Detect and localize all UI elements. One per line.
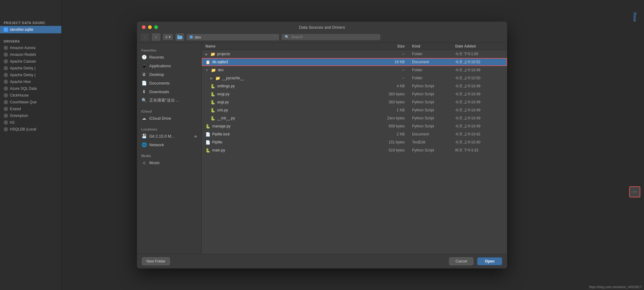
- file-date-db-sqlite3: 今天 上午10:52: [452, 60, 507, 65]
- python-icon: 🐍: [210, 92, 215, 97]
- sidebar-item-git[interactable]: 💾 Git 2.15.0 M... ⏏: [137, 132, 201, 140]
- file-row-pipfile-lock[interactable]: 📄 Pipfile.lock 2 KB Document 今天 上午10:42: [202, 130, 507, 138]
- file-row-asgi-py[interactable]: 🐍 asgi.py 383 bytes Python Script 今天 上午1…: [202, 98, 507, 106]
- python-icon: 🐍: [210, 84, 215, 89]
- file-date-settings-py: 今天 上午10:49: [452, 84, 507, 89]
- sidebar-item-applications[interactable]: 📱 Applications: [137, 61, 201, 70]
- file-kind-pipfile: TextEdit: [408, 140, 452, 144]
- chevron-right-icon: ▶: [210, 77, 213, 80]
- file-name-wsgi-py: 🐍 wsgi.py: [202, 92, 378, 97]
- sidebar-recents-label: Recents: [149, 55, 164, 60]
- sidebar-item-desktop[interactable]: 🖥 Desktop: [137, 70, 201, 79]
- minimize-button[interactable]: [148, 25, 152, 29]
- file-row-pycache[interactable]: ▶ 📁 __pycache__ -- Folder 今天 上午10:50: [202, 74, 507, 82]
- folder-icon: 📁: [215, 76, 220, 81]
- file-size-projects: --: [378, 52, 408, 56]
- dialog-overlay: Data Sources and Drivers ‹ › ≡ ▾: [0, 0, 644, 290]
- searching-icon: 🔍: [141, 97, 147, 103]
- downloads-icon: ⬇: [141, 89, 147, 94]
- cancel-button[interactable]: Cancel: [449, 257, 473, 265]
- file-date-wsgi-py: 今天 上午10:49: [452, 92, 507, 97]
- file-date-dev: 今天 上午10:49: [452, 68, 507, 73]
- file-size-urls-py: 1 KB: [378, 108, 408, 112]
- back-button[interactable]: ‹: [141, 33, 149, 41]
- col-kind-header: Kind: [408, 44, 452, 48]
- file-name-settings-py: 🐍 settings.py: [202, 84, 378, 89]
- file-row-pipfile[interactable]: 📄 Pipfile 151 bytes TextEdit 今天 上午10:40: [202, 138, 507, 146]
- col-date-header: Date Added: [452, 44, 507, 48]
- file-kind-projects: Folder: [408, 52, 452, 56]
- location-text: dev: [195, 35, 272, 39]
- file-row-db-sqlite3[interactable]: 📋 db.sqlite3 16 KB Document 今天 上午10:52: [202, 58, 507, 66]
- file-name-manage-py: 🐍 manage.py: [202, 124, 378, 129]
- file-row-main-py[interactable]: 🐍 main.py 519 bytes Python Script 昨天 下午3…: [202, 146, 507, 154]
- python-icon: 🐍: [205, 124, 210, 129]
- sidebar-item-searching[interactable]: 🔍 正在搜索"这台 ...: [137, 96, 201, 105]
- dialog-body: Favorites 🕐 Recents 📱 Applications 🖥 Des…: [137, 43, 507, 254]
- folder-icon: 📁: [211, 68, 216, 72]
- file-date-asgi-py: 今天 上午10:49: [452, 100, 507, 105]
- location-dot: [190, 35, 193, 39]
- sidebar-downloads-label: Downloads: [149, 89, 169, 94]
- document-icon: 📋: [205, 60, 210, 64]
- sidebar-item-documents[interactable]: 📄 Documents: [137, 79, 201, 87]
- new-folder-button[interactable]: New Folder: [142, 257, 170, 265]
- file-kind-asgi-py: Python Script: [408, 100, 452, 104]
- file-list: ▶ 📁 projects -- Folder 今天 下午1:00 📋: [202, 50, 507, 254]
- network-icon: 🌐: [141, 142, 147, 147]
- file-size-pipfile-lock: 2 KB: [378, 132, 408, 136]
- view-list-button[interactable]: ≡ ▾: [163, 34, 173, 40]
- sidebar-item-icloud-drive[interactable]: ☁ iCloud Drive: [137, 114, 201, 122]
- file-kind-main-py: Python Script: [408, 148, 452, 152]
- sidebar-icloud-label: iCloud Drive: [149, 116, 171, 121]
- dialog-footer: New Folder Cancel Open: [137, 254, 507, 268]
- document-icon: 📄: [205, 140, 210, 145]
- sidebar-item-recents[interactable]: 🕐 Recents: [137, 53, 201, 61]
- maximize-button[interactable]: [154, 25, 158, 29]
- recents-icon: 🕐: [141, 54, 147, 60]
- chevron-down-icon: ▼: [205, 68, 208, 72]
- file-name-urls-py: 🐍 urls.py: [202, 108, 378, 113]
- sidebar-music-label: Music: [149, 160, 160, 165]
- file-name-init-py: 🐍 __init__.py: [202, 116, 378, 121]
- sidebar-searching-label: 正在搜索"这台 ...: [149, 97, 179, 103]
- file-size-manage-py: 659 bytes: [378, 124, 408, 128]
- file-row-settings-py[interactable]: 🐍 settings.py 4 KB Python Script 今天 上午10…: [202, 82, 507, 90]
- close-button[interactable]: [142, 25, 146, 29]
- sidebar-item-music[interactable]: ♫ Music: [137, 158, 201, 167]
- file-picker-sidebar: Favorites 🕐 Recents 📱 Applications 🖥 Des…: [137, 43, 202, 254]
- file-list-header: Name Size Kind Date Added: [202, 43, 507, 50]
- file-kind-db-sqlite3: Document: [408, 60, 452, 64]
- document-icon: 📄: [205, 132, 210, 137]
- list-dropdown-arrow: ▾: [169, 35, 171, 39]
- file-row-wsgi-py[interactable]: 🐍 wsgi.py 383 bytes Python Script 今天 上午1…: [202, 90, 507, 98]
- file-date-pipfile: 今天 上午10:40: [452, 140, 507, 145]
- chevron-right-icon: ▶: [205, 52, 208, 56]
- forward-button[interactable]: ›: [152, 33, 160, 41]
- file-row-dev[interactable]: ▼ 📁 dev -- Folder 今天 上午10:49: [202, 66, 507, 74]
- desktop-icon: 🖥: [141, 72, 147, 77]
- search-box[interactable]: 🔍: [282, 34, 380, 40]
- sidebar-item-downloads[interactable]: ⬇ Downloads: [137, 87, 201, 96]
- file-date-pipfile-lock: 今天 上午10:42: [452, 132, 507, 137]
- col-name-header: Name: [202, 44, 378, 48]
- location-selector[interactable]: dev ⌃: [187, 34, 279, 40]
- file-size-pycache: --: [378, 76, 408, 80]
- sidebar-item-network[interactable]: 🌐 Network: [137, 140, 201, 149]
- search-input[interactable]: [291, 35, 377, 39]
- file-row-init-py[interactable]: 🐍 __init__.py Zero bytes Python Script 今…: [202, 114, 507, 122]
- file-name-pycache: ▶ 📁 __pycache__: [202, 76, 378, 81]
- file-row-manage-py[interactable]: 🐍 manage.py 659 bytes Python Script 今天 上…: [202, 122, 507, 130]
- eject-icon[interactable]: ⏏: [194, 134, 197, 138]
- file-row-projects[interactable]: ▶ 📁 projects -- Folder 今天 下午1:00: [202, 50, 507, 58]
- file-date-pycache: 今天 上午10:50: [452, 76, 507, 81]
- file-name-pipfile: 📄 Pipfile: [202, 140, 378, 145]
- toolbar: ‹ › ≡ ▾ dev ⌃: [137, 31, 507, 43]
- file-row-urls-py[interactable]: 🐍 urls.py 1 KB Python Script 今天 上午10:49: [202, 106, 507, 114]
- file-kind-init-py: Python Script: [408, 116, 452, 120]
- python-icon: 🐍: [210, 108, 215, 113]
- folder-button[interactable]: [175, 33, 184, 41]
- open-button[interactable]: Open: [477, 257, 502, 265]
- file-name-main-py: 🐍 main.py: [202, 148, 378, 153]
- list-icon: ≡: [165, 35, 167, 39]
